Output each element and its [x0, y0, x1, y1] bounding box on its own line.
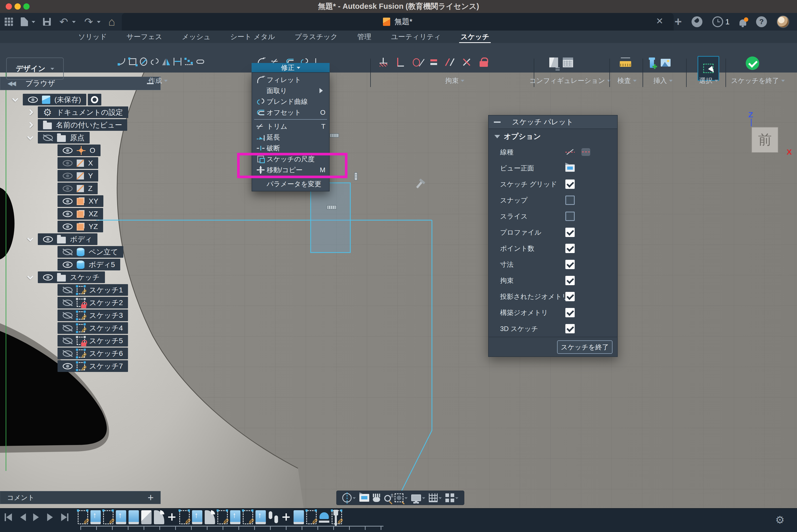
fit-caret-icon[interactable]	[405, 497, 408, 501]
constraints-group-label[interactable]: 拘束	[377, 76, 533, 85]
skip-start-icon[interactable]	[5, 513, 13, 521]
timeline-feature-sketch-14[interactable]	[243, 510, 253, 524]
timeline-feature-fillet-7[interactable]	[154, 510, 164, 524]
display-tool[interactable]	[411, 494, 425, 501]
pan-tool[interactable]	[373, 494, 381, 502]
timeline-feature-extrude-2[interactable]	[90, 510, 101, 524]
close-window-button[interactable]	[6, 3, 12, 10]
visibility-icon[interactable]	[43, 274, 53, 281]
file-menu-icon[interactable]	[21, 17, 28, 26]
orbit-icon[interactable]	[342, 493, 352, 502]
visibility-icon[interactable]	[63, 173, 73, 179]
rectangle-icon[interactable]	[129, 58, 136, 65]
timeline-feature-chamfer-6[interactable]	[141, 510, 152, 524]
tab-管理[interactable]: 管理	[357, 31, 372, 42]
browser-item-スケッチ4[interactable]: スケッチ4	[57, 322, 128, 334]
tab-シート メタル[interactable]: シート メタル	[230, 31, 276, 42]
viewports-icon[interactable]	[445, 493, 454, 502]
timeline-feature-extrude-10[interactable]	[192, 510, 202, 524]
viewports-tool[interactable]	[445, 493, 458, 502]
look-at-tool[interactable]	[359, 494, 369, 502]
job-status-icon[interactable]	[712, 16, 723, 27]
browser-collapse-icon[interactable]: ◀◀	[7, 80, 15, 87]
display-icon[interactable]	[411, 494, 421, 501]
image-icon[interactable]	[661, 59, 670, 66]
tangent-icon[interactable]	[413, 58, 422, 66]
circle-icon[interactable]	[140, 57, 147, 66]
menu-item-オフセット[interactable]: オフセットO	[252, 107, 329, 118]
browser-item-XZ[interactable]: XZ	[57, 208, 103, 220]
viewcube-front-face[interactable]: 前	[752, 127, 778, 153]
browser-item-スケッチ7[interactable]: スケッチ7	[57, 360, 128, 372]
lock-icon[interactable]	[480, 57, 488, 67]
look-at-icon[interactable]	[359, 494, 369, 502]
fit-tool[interactable]	[395, 493, 408, 502]
mirror-icon[interactable]	[162, 58, 170, 65]
chevron-down-icon[interactable]	[27, 235, 33, 242]
browser-item-スケッチ6[interactable]: スケッチ6	[57, 347, 128, 359]
step-forward-icon[interactable]	[47, 513, 54, 521]
finish-sketch-button[interactable]: スケッチを終了	[557, 340, 613, 354]
visibility-off-icon[interactable]	[63, 350, 73, 357]
browser-item-スケッチ5[interactable]: スケッチ5	[57, 335, 128, 346]
chevron-down-icon[interactable]	[27, 134, 33, 140]
zoom-tool[interactable]	[384, 494, 391, 502]
slot-icon[interactable]	[197, 60, 204, 64]
skip-end-icon[interactable]	[61, 513, 69, 521]
grid-display-caret-icon[interactable]	[439, 497, 442, 501]
menu-item-破断[interactable]: 破断	[252, 143, 329, 154]
visibility-off-icon[interactable]	[43, 135, 53, 141]
visibility-icon[interactable]	[63, 147, 73, 154]
visibility-off-icon[interactable]	[63, 287, 73, 293]
chevron-down-icon[interactable]	[12, 96, 18, 102]
default-document-badge[interactable]	[88, 94, 101, 106]
finish-check-icon[interactable]	[746, 56, 759, 70]
extensions-icon[interactable]	[691, 16, 702, 27]
tab-メッシュ[interactable]: メッシュ	[181, 31, 211, 42]
create-group-label[interactable]: 作成	[116, 76, 200, 85]
display-caret-icon[interactable]	[422, 497, 425, 501]
menu-item-面取り[interactable]: 面取り	[252, 85, 329, 96]
visibility-off-icon[interactable]	[63, 338, 73, 344]
look-at-sketch-icon[interactable]	[566, 165, 575, 172]
visibility-icon[interactable]	[63, 363, 73, 369]
redo-icon[interactable]	[84, 16, 94, 27]
inspect-group-label[interactable]: 検査	[611, 76, 643, 85]
zoom-icon[interactable]	[384, 495, 391, 502]
browser-item-スケッチ3[interactable]: スケッチ3	[57, 309, 128, 321]
timeline-feature-move-8[interactable]	[167, 510, 177, 524]
visibility-icon[interactable]	[63, 198, 73, 204]
tab-ユーティリティ[interactable]: ユーティリティ	[390, 31, 442, 42]
スライス-checkbox[interactable]	[566, 212, 575, 221]
center-line-icon[interactable]	[581, 148, 590, 156]
browser-item-Z[interactable]: Z	[57, 183, 98, 194]
spline-icon[interactable]	[151, 58, 159, 65]
3D スケッチ-checkbox[interactable]	[566, 324, 575, 333]
timeline-feature-extrude-15[interactable]	[256, 510, 266, 524]
timeline-feature-form-20[interactable]	[319, 510, 329, 524]
拘束-checkbox[interactable]	[566, 276, 575, 285]
timeline-position-marker[interactable]	[335, 510, 337, 526]
construction-line-icon[interactable]	[566, 148, 575, 156]
redo-caret-icon[interactable]	[97, 21, 100, 25]
visibility-icon[interactable]	[28, 97, 38, 103]
fit-point-spline-icon[interactable]	[185, 58, 193, 65]
perpendicular-icon[interactable]	[396, 58, 404, 66]
modify-menu-header[interactable]: 修正	[252, 63, 330, 72]
visibility-off-icon[interactable]	[63, 325, 73, 331]
fit-icon[interactable]	[395, 493, 404, 502]
save-icon[interactable]	[43, 18, 51, 26]
スナップ-checkbox[interactable]	[566, 195, 575, 205]
browser-item-XY[interactable]: XY	[57, 195, 104, 207]
browser-item-(未保存)[interactable]: (未保存)	[23, 94, 86, 106]
寸法-checkbox[interactable]	[566, 260, 575, 269]
timeline-feature-extrude-13[interactable]	[230, 510, 240, 524]
fastener-icon[interactable]	[650, 57, 654, 68]
chevron-right-icon[interactable]	[27, 122, 33, 128]
undo-caret-icon[interactable]	[72, 21, 76, 25]
finish-sketch-label[interactable]: スケッチを終了	[723, 76, 793, 85]
tab-スケッチ[interactable]: スケッチ	[460, 31, 490, 42]
select-window-icon[interactable]	[703, 64, 713, 73]
visibility-icon[interactable]	[63, 160, 73, 166]
プロファイル-checkbox[interactable]	[566, 228, 575, 237]
